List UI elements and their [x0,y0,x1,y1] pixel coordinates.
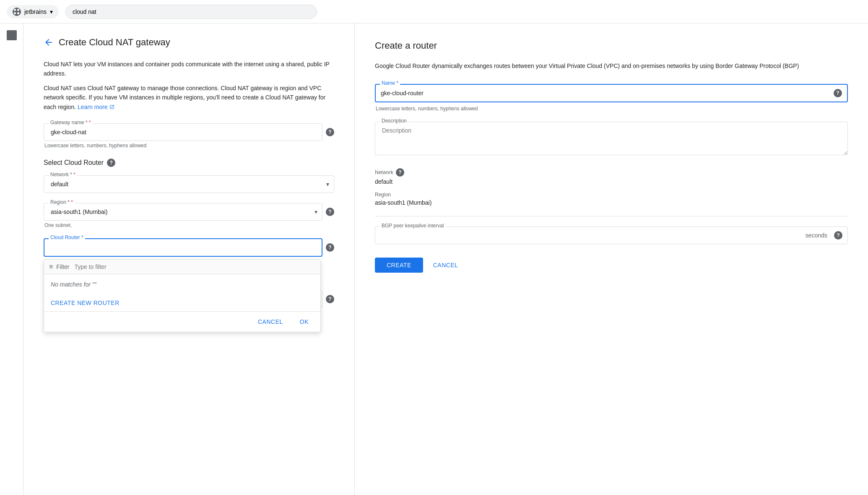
panel-title: Create a router [375,40,848,51]
page-title: Create Cloud NAT gateway [59,37,170,48]
description-2: Cloud NAT uses Cloud NAT gateway to mana… [44,83,334,112]
bgp-field: BGP peer keepalive interval seconds ? [375,227,848,244]
bgp-input[interactable] [375,227,799,244]
select-cloud-router-title: Select Cloud Router ? [44,159,334,167]
router-description-field: Description [375,122,848,156]
router-network-help-icon[interactable]: ? [396,168,404,177]
router-name-label: Name * [380,80,400,86]
auto-help-icon[interactable]: ? [326,295,334,303]
filter-input[interactable] [74,263,315,270]
dropdown-cancel-button[interactable]: CANCEL [253,315,288,328]
cloud-router-section-help-icon[interactable]: ? [107,159,115,167]
router-region-row: Region asia-south1 (Mumbai) [375,192,848,206]
gateway-name-input-row: ? [44,123,334,141]
left-panel: Create Cloud NAT gateway Cloud NAT lets … [23,23,355,495]
router-region-value: asia-south1 (Mumbai) [375,199,848,206]
router-network-label: Network ? [375,168,848,177]
gateway-name-section: Gateway name * ? Lowercase letters, numb… [44,123,334,148]
create-new-router-button[interactable]: CREATE NEW ROUTER [44,294,320,311]
cloud-router-input-row: ? [44,238,334,257]
action-buttons: CREATE CANCEL [375,258,848,273]
router-name-field: Name * ? [375,84,848,102]
router-name-help-icon[interactable]: ? [834,89,842,97]
network-label: Network * [49,172,77,177]
topbar: jetbrains ▾ [0,0,868,23]
gateway-name-help-icon[interactable]: ? [326,128,334,136]
no-matches-text: No matches for "" [44,274,320,294]
network-field: Network * default ▾ [44,175,334,193]
bgp-label: BGP peer keepalive interval [380,223,446,229]
region-label: Region * [49,199,75,205]
bgp-help-icon[interactable]: ? [834,231,842,240]
org-name: jetbrains [24,8,47,15]
dropdown-filter-row: ≡ Filter [44,260,320,274]
divider [375,216,848,216]
dropdown-footer: CANCEL OK [44,311,320,332]
router-region-label: Region [375,192,848,198]
back-button[interactable] [44,37,54,47]
sidebar [0,23,23,495]
gateway-name-input[interactable] [44,123,322,141]
org-icon [13,8,21,16]
org-dots [14,9,20,15]
region-select[interactable]: asia-south1 (Mumbai) [44,203,322,221]
create-button[interactable]: CREATE [375,258,423,273]
org-selector[interactable]: jetbrains ▾ [7,5,59,18]
filter-icon: ≡ [49,263,53,271]
cloud-router-label: Cloud Router * [49,234,85,240]
description-1: Cloud NAT lets your VM instances and con… [44,60,334,78]
cloud-router-input[interactable] [44,238,322,257]
org-dropdown-arrow: ▾ [50,8,53,15]
bgp-input-row: seconds ? [375,227,848,244]
panel-description: Google Cloud Router dynamically exchange… [375,61,848,70]
router-network-value: default [375,178,848,185]
cloud-router-section: Cloud Router * ? ≡ Filter No matches for… [44,238,334,257]
bgp-suffix: seconds [799,227,834,244]
subnet-hint: One subnet. [44,222,334,228]
right-panel: Create a router Google Cloud Router dyna… [355,23,868,495]
dropdown-ok-button[interactable]: OK [295,315,314,328]
gateway-name-field: Gateway name * ? Lowercase letters, numb… [44,123,334,148]
router-name-hint: Lowercase letters, numbers, hyphens allo… [376,106,848,112]
cancel-button[interactable]: CANCEL [433,262,458,268]
region-help-icon[interactable]: ? [326,208,334,216]
filter-label: Filter [56,263,69,270]
topbar-search-input[interactable] [65,5,317,19]
router-description-input[interactable] [375,122,848,155]
gateway-name-hint: Lowercase letters, numbers, hyphens allo… [44,143,334,148]
select-cloud-router-section: Select Cloud Router ? Network * default … [44,159,334,308]
router-description-label: Description [380,118,408,124]
network-select[interactable]: default [44,175,334,193]
cloud-router-field-wrapper: Cloud Router * ? [44,238,334,257]
region-field: Region * asia-south1 (Mumbai) ▾ ? One su… [44,203,334,228]
cloud-router-help-icon[interactable]: ? [326,243,334,252]
router-network-row: Network ? default [375,168,848,185]
sidebar-icon[interactable] [7,30,17,40]
router-name-input-wrapper: ? [375,84,848,102]
region-input-row: asia-south1 (Mumbai) ▾ ? [44,203,334,221]
gateway-name-label: Gateway name * [49,120,93,125]
cloud-router-dropdown: ≡ Filter No matches for "" CREATE NEW RO… [44,259,321,332]
network-select-wrapper: default ▾ [44,175,334,193]
router-name-input[interactable] [381,85,834,102]
main-layout: Create Cloud NAT gateway Cloud NAT lets … [0,23,868,495]
learn-more-link[interactable]: Learn more [78,102,114,112]
page-header: Create Cloud NAT gateway [44,37,334,48]
region-select-wrapper: asia-south1 (Mumbai) ▾ [44,203,322,221]
